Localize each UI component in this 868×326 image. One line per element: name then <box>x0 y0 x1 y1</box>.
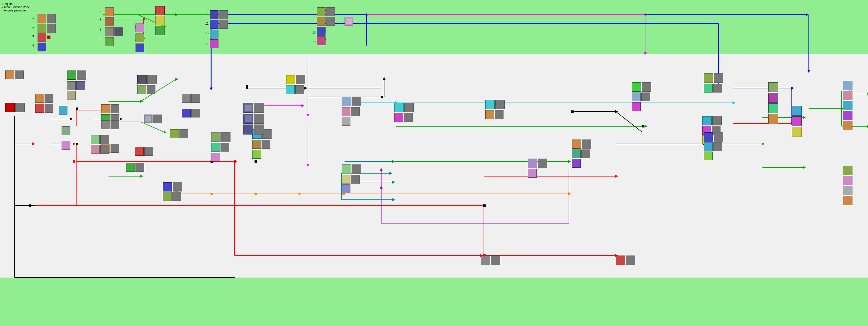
items-9-10 <box>135 24 144 52</box>
extreme-require-label: Require <box>2 2 29 6</box>
production-pack-items <box>572 139 591 168</box>
num-4: 4 <box>32 44 34 47</box>
connector-2 <box>381 96 383 98</box>
items-18-23 <box>317 7 335 45</box>
assembly-machine-items <box>243 103 264 135</box>
large-item-top <box>155 6 165 35</box>
items-area-2400-a <box>704 74 723 92</box>
num-5: 5 <box>100 9 101 12</box>
red-science-inputs <box>35 94 53 113</box>
items-area-1165-b <box>342 164 361 193</box>
logistic-pack-items <box>286 75 305 94</box>
items-area-1165 <box>342 97 361 126</box>
num-8: 8 <box>100 37 101 41</box>
num-7: 7 <box>100 28 101 31</box>
items-extra-right <box>345 17 353 26</box>
num-11: 11 <box>205 12 209 16</box>
items-area-2620 <box>768 82 778 124</box>
items-area-2700 <box>792 106 802 137</box>
svg-marker-76 <box>175 13 178 16</box>
num-12: 12 <box>205 22 209 25</box>
item-scatter-3 <box>62 141 70 150</box>
bottom-items-2 <box>616 255 635 265</box>
red-science-pack-label <box>67 102 69 103</box>
num-19: 19 <box>312 40 315 44</box>
svg-marker-69 <box>143 18 146 21</box>
num-6: 6 <box>100 18 101 22</box>
svg-marker-80 <box>366 13 369 16</box>
items-area-1345 <box>395 103 414 122</box>
item-3 <box>37 33 51 42</box>
connector-1 <box>246 85 248 87</box>
num-3: 3 <box>32 35 34 38</box>
normal-left-items <box>5 71 24 79</box>
extreme-req-1: - More Science Pack <box>2 6 29 9</box>
item-2 <box>37 24 56 33</box>
green-science-pack-items <box>67 71 86 100</box>
mid-items-5 <box>135 147 153 156</box>
items-11-17 <box>210 10 228 48</box>
item-scatter-2 <box>62 126 70 135</box>
num-17: 17 <box>205 43 209 46</box>
mid-items-3 <box>182 109 200 117</box>
item-29 <box>843 81 852 130</box>
items-area-1800 <box>528 159 547 178</box>
item-4 <box>37 43 46 51</box>
mid-items-6 <box>126 163 144 172</box>
svg-marker-83 <box>645 13 648 16</box>
svg-marker-87 <box>806 13 809 16</box>
items-area-310 <box>91 135 109 154</box>
military-pack-items <box>137 75 157 94</box>
item-1 <box>37 14 56 23</box>
item-scatter-1 <box>59 106 67 114</box>
items-area-2400-b <box>704 132 723 160</box>
mid-items-2 <box>182 94 200 103</box>
extreme-req-2: - Angel's petrochem <box>2 9 29 12</box>
num-1: 1 <box>32 16 34 19</box>
num-2: 2 <box>32 26 34 30</box>
circuit-items <box>144 114 162 124</box>
bottom-items-1 <box>481 255 500 265</box>
tech-pack-items <box>163 182 182 201</box>
num-15: 15 <box>205 32 209 35</box>
red-science-pack-item <box>5 103 25 112</box>
items-area-2155 <box>632 82 651 111</box>
items-mid-large-1 <box>211 132 230 162</box>
svg-marker-32 <box>366 22 369 25</box>
items-5-8 <box>105 7 123 46</box>
mid-items-4 <box>170 129 188 138</box>
item-30 <box>843 166 852 205</box>
num-18: 18 <box>312 31 315 34</box>
items-area-1655 <box>485 100 505 119</box>
mid-items-7 <box>101 120 119 129</box>
extreme-mode-section: Require - More Science Pack - Angel's pe… <box>2 2 29 12</box>
